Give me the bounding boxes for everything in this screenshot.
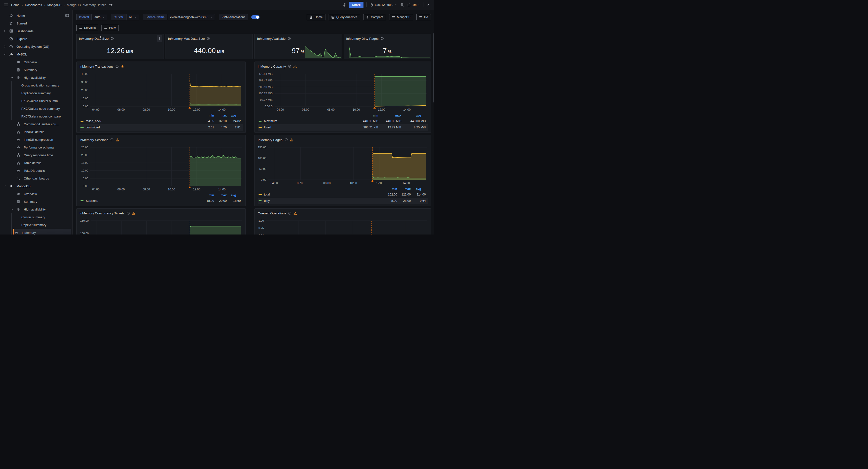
breadcrumb-item-dashboards[interactable]: Dashboards <box>25 3 42 7</box>
panel-title[interactable]: InMemory Sessions <box>80 138 108 142</box>
legend-sort-min[interactable]: min <box>386 187 400 191</box>
sidebar-item-overview[interactable]: Overview <box>0 190 72 198</box>
panel-title[interactable]: InMemory Data Size <box>79 37 108 40</box>
legend-sort-min[interactable]: min <box>358 114 381 117</box>
sidebar-item-dashboards[interactable]: Dashboards <box>0 27 72 35</box>
share-button[interactable]: Share <box>349 2 364 8</box>
legend-sort-max[interactable]: max <box>400 187 413 191</box>
sidebar-item-innodb-compression[interactable]: InnoDB compression <box>0 136 72 144</box>
panel-title[interactable]: InMemory Dirty Pages <box>346 37 379 40</box>
sidebar-item-table-details[interactable]: Table details <box>0 159 72 167</box>
legend-sort-max[interactable]: max <box>216 114 229 117</box>
chart-plot-area[interactable]: 0.005.0010.0015.0020.0025.0004:0006:0008… <box>79 143 243 192</box>
sidebar-item-label: PXC/Galera cluster summ... <box>21 99 72 103</box>
sidebar-item-summary[interactable]: Summary <box>0 198 72 206</box>
panel-title[interactable]: InMemory Capacity <box>257 65 286 68</box>
sidebar-item-innodb-details[interactable]: InnoDB details <box>0 128 72 136</box>
zoom-out-icon[interactable] <box>400 3 404 7</box>
sidebar-item-starred[interactable]: Starred <box>0 20 72 27</box>
sidebar-item-high-availability[interactable]: High availability <box>0 74 72 82</box>
sidebar-item-operating-system-os[interactable]: Operating System (OS) <box>0 43 72 51</box>
chart-plot-area[interactable]: 0.0050.00100.00150.0004:0006:0008:0010:0… <box>257 143 428 186</box>
sidebar-item-pxc-galera-node-summary[interactable]: PXC/Galera node summary <box>0 105 72 113</box>
legend-series-used[interactable]: Used383.71 KiB12.72 MiB8.25 MiB <box>258 124 428 131</box>
link-button-home[interactable]: Home <box>307 14 325 20</box>
chevron-down-icon[interactable] <box>3 53 6 56</box>
chevron-down-icon[interactable] <box>11 208 13 211</box>
legend-sort-avg[interactable]: avg <box>413 187 428 191</box>
panel-title[interactable]: Queued Operations <box>257 212 286 215</box>
chevron-down-icon[interactable] <box>3 185 6 188</box>
annotation-marker[interactable] <box>371 180 374 182</box>
panel-title[interactable]: InMemory Transactions <box>80 65 114 68</box>
panel-title[interactable]: InMemory Pages <box>257 138 282 142</box>
quick-button-pmm[interactable]: PMM <box>101 25 119 31</box>
refresh-picker[interactable]: 1m <box>407 3 421 7</box>
sidebar-item-tokudb-details[interactable]: TokuDB details <box>0 167 72 175</box>
time-range-picker[interactable]: Last 12 hours <box>370 3 397 7</box>
sidebar-item-pxc-galera-nodes-compare[interactable]: PXC/Galera nodes compare <box>0 113 72 120</box>
legend-series-sessions[interactable]: Sessions18.0020.0018.60 <box>80 198 243 204</box>
chevron-right-icon[interactable] <box>3 30 6 32</box>
sidebar-item-mysql[interactable]: MySQL <box>0 51 72 58</box>
sidebar-item-query-response-time[interactable]: Query response time <box>0 151 72 159</box>
link-button-compare[interactable]: Compare <box>363 14 386 20</box>
sidebar-item-overview[interactable]: Overview <box>0 58 72 66</box>
legend-series-dirty[interactable]: dirty8.0028.009.64 <box>258 198 428 204</box>
breadcrumb-item-mongodb-inmemory-details[interactable]: MongoDB InMemory Details <box>67 3 106 7</box>
sidebar-item-high-availability[interactable]: High availability <box>0 206 72 213</box>
sidebar-item-group-replication-summary[interactable]: Group replication summary <box>0 82 72 89</box>
chart-plot-area[interactable]: 0.0010.0020.0030.0040.0004:0006:0008:001… <box>79 69 243 113</box>
legend-sort-avg[interactable]: avg <box>404 114 428 117</box>
chart-plot-area[interactable]: 0.0050.00100.00150.0004:0006:0008:0010:0… <box>79 216 243 234</box>
scrollbar-thumb[interactable] <box>433 33 434 102</box>
panel-title[interactable]: InMemory Concurrency Tickets <box>80 212 125 215</box>
collapse-up-icon[interactable] <box>427 3 430 6</box>
sidebar-item-replset-summary[interactable]: ReplSet summary <box>0 221 72 229</box>
legend-series-rolled-back[interactable]: rolled_back24.0532.1024.82 <box>80 118 243 124</box>
breadcrumb-item-mongodb[interactable]: MongoDB <box>47 3 61 7</box>
sidebar-item-cluster-summary[interactable]: Cluster summary <box>0 213 72 221</box>
favorite-star-icon[interactable] <box>109 3 113 7</box>
sidebar-item-home[interactable]: Home <box>0 12 72 20</box>
sidebar-item-performance-schema[interactable]: Performance schema <box>0 144 72 151</box>
legend-sort-min[interactable]: min <box>204 114 216 117</box>
legend-sort-min[interactable]: min <box>204 193 216 197</box>
link-button-mongodb[interactable]: MongoDB <box>389 14 413 20</box>
breadcrumb-item-home[interactable]: Home <box>11 3 20 7</box>
interval-select[interactable]: auto <box>92 14 107 20</box>
menu-toggle-icon[interactable] <box>4 3 8 7</box>
legend-sort-avg[interactable]: avg <box>229 193 243 197</box>
sidebar-item-mongodb[interactable]: MongoDB <box>0 182 72 190</box>
legend-sort-max[interactable]: max <box>381 114 404 117</box>
sidebar-item-explore[interactable]: Explore <box>0 35 72 43</box>
sidebar-item-inmemory[interactable]: InMemory <box>0 229 72 234</box>
annotation-marker[interactable] <box>374 106 376 108</box>
service-name-select[interactable]: everest-mongodb-w2g-rs0-0 <box>168 14 215 20</box>
legend-series-maximum[interactable]: Maximum440.00 MiB440.00 MiB440.00 MiB <box>258 118 428 124</box>
link-button-ha[interactable]: HA <box>416 14 431 20</box>
sidebar-item-command-handler-cou[interactable]: Command/Handler cou... <box>0 120 72 128</box>
legend-series-committed[interactable]: committed2.614.702.81 <box>80 124 243 131</box>
annotation-marker[interactable] <box>188 186 191 188</box>
link-button-query-analytics[interactable]: Query Analytics <box>329 14 360 20</box>
chevron-right-icon[interactable] <box>3 45 6 48</box>
gear-icon[interactable] <box>342 3 346 7</box>
panel-title[interactable]: InMemory Available <box>257 37 286 40</box>
quick-button-services[interactable]: Services <box>76 25 98 31</box>
annotation-marker[interactable] <box>188 106 191 108</box>
panel-left-icon[interactable] <box>65 13 69 18</box>
chevron-down-icon[interactable] <box>11 76 13 79</box>
legend-series-total[interactable]: total102.00122.00114.00 <box>258 191 428 198</box>
legend-sort-max[interactable]: max <box>216 193 229 197</box>
sidebar-item-replication-summary[interactable]: Replication summary <box>0 89 72 97</box>
sidebar-item-summary[interactable]: Summary <box>0 66 72 74</box>
sidebar-item-other-dashboards[interactable]: Other dashboards <box>0 175 72 182</box>
panel-title[interactable]: InMemory Max Data Size <box>168 37 205 40</box>
legend-sort-avg[interactable]: avg <box>229 114 243 117</box>
cluster-select[interactable]: All <box>126 14 139 20</box>
sidebar-item-pxc-galera-cluster-summ[interactable]: PXC/Galera cluster summ... <box>0 97 72 105</box>
pmm-annotations-toggle[interactable] <box>251 15 259 19</box>
chart-plot-area[interactable]: 0.00 B95.37 MiB190.73 MiB286.10 MiB381.4… <box>257 69 428 113</box>
chart-plot-area[interactable]: 0.000.250.500.751.0004:0006:0008:0010:00… <box>257 216 428 234</box>
